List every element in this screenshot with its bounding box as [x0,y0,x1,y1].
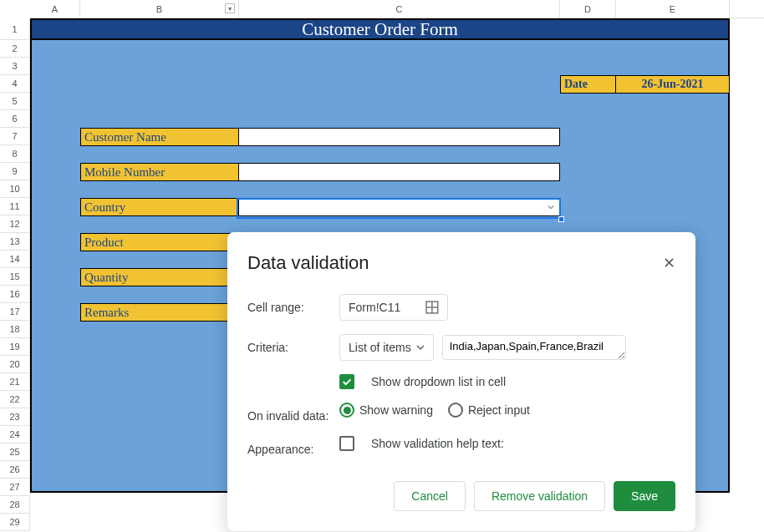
criteria-label: Criteria: [247,334,339,354]
col-A[interactable]: A [30,0,80,18]
row-num[interactable]: 26 [0,461,29,479]
show-warning-label: Show warning [359,403,433,417]
quantity-label: Quantity [80,268,239,286]
row-num[interactable]: 9 [0,163,29,180]
date-section: Date 26-Jun-2021 [560,75,730,94]
show-dropdown-row: Show dropdown list in cell [247,374,675,389]
appearance-label: Appearance: [247,436,339,456]
save-button[interactable]: Save [614,481,675,511]
row-num[interactable]: 5 [0,93,29,110]
dialog-buttons: Cancel Remove validation Save [247,481,675,511]
row-num[interactable]: 20 [0,356,29,373]
filter-icon[interactable]: ▾ [225,3,235,13]
col-E[interactable]: E [616,0,730,18]
row-num[interactable]: 16 [0,286,29,303]
row-num[interactable]: 4 [0,75,29,93]
col-D[interactable]: D [560,0,616,18]
row-num[interactable]: 6 [0,110,29,128]
criteria-items-input[interactable] [442,335,626,360]
col-B[interactable]: B▾ [80,0,239,18]
chevron-down-icon [416,343,425,352]
row-num[interactable]: 27 [0,479,29,496]
row-num[interactable]: 25 [0,443,29,461]
help-text-checkbox[interactable] [339,436,354,451]
row-headers: 1 2 3 4 5 6 7 8 9 10 11 12 13 14 15 16 1… [0,18,30,531]
row-num[interactable]: 2 [0,40,29,58]
row-num[interactable]: 10 [0,180,29,198]
date-value: 26-Jun-2021 [616,75,730,94]
row-num[interactable]: 24 [0,426,29,443]
cancel-button[interactable]: Cancel [394,481,466,511]
criteria-row: Criteria: List of items [247,334,675,361]
form-title: Customer Order Form [30,18,730,40]
reject-input-label: Reject input [468,403,530,417]
remarks-label: Remarks [80,303,239,322]
column-headers: A B▾ C D E [30,0,764,18]
row-num[interactable]: 1 [0,18,29,40]
cell-range-row: Cell range: Form!C11 [247,294,675,321]
data-validation-dialog: Data validation ✕ Cell range: Form!C11 C… [227,232,695,531]
field-mobile-number: Mobile Number [80,163,560,181]
product-label: Product [80,233,239,251]
row-num[interactable]: 17 [0,303,29,321]
row-num[interactable]: 7 [0,128,29,145]
show-dropdown-checkbox[interactable] [339,374,354,389]
row-num[interactable]: 14 [0,251,29,268]
row-num[interactable]: 29 [0,514,29,531]
row-num[interactable]: 3 [0,58,29,75]
country-input[interactable] [239,198,560,216]
appearance-row: Appearance: Show validation help text: [247,436,675,456]
row-num[interactable]: 8 [0,145,29,163]
field-quantity: Quantity [80,268,239,286]
customer-name-label: Customer Name [80,128,239,146]
help-text-label: Show validation help text: [371,437,504,450]
invalid-data-label: On invalid data: [247,403,339,423]
field-customer-name: Customer Name [80,128,560,146]
field-product: Product [80,233,239,251]
dialog-title: Data validation [247,252,675,274]
field-country: Country [80,198,560,216]
dropdown-icon[interactable] [546,202,556,212]
row-num[interactable]: 11 [0,198,29,215]
cell-range-input[interactable]: Form!C11 [339,294,448,321]
cell-range-label: Cell range: [247,294,339,314]
row-num[interactable]: 18 [0,321,29,338]
row-num[interactable]: 15 [0,268,29,286]
selection-handle[interactable] [558,216,564,222]
country-label: Country [80,198,239,216]
field-remarks: Remarks [80,303,239,322]
criteria-type-select[interactable]: List of items [339,334,434,361]
row-num[interactable]: 23 [0,408,29,426]
remove-validation-button[interactable]: Remove validation [474,481,605,511]
customer-name-input[interactable] [239,128,560,146]
row-num[interactable]: 12 [0,215,29,233]
col-C[interactable]: C [239,0,560,18]
mobile-number-label: Mobile Number [80,163,239,181]
close-icon[interactable]: ✕ [663,254,675,272]
invalid-data-row: On invalid data: Show warning Reject inp… [247,403,675,423]
row-num[interactable]: 13 [0,233,29,251]
row-num[interactable]: 22 [0,391,29,408]
grid-icon[interactable] [425,301,439,314]
mobile-number-input[interactable] [239,163,560,181]
row-num[interactable]: 21 [0,373,29,391]
reject-input-radio[interactable] [448,403,463,418]
show-dropdown-label: Show dropdown list in cell [371,375,506,388]
row-num[interactable]: 28 [0,496,29,514]
show-warning-radio[interactable] [339,403,354,418]
row-num[interactable]: 19 [0,338,29,356]
date-label: Date [560,75,616,94]
